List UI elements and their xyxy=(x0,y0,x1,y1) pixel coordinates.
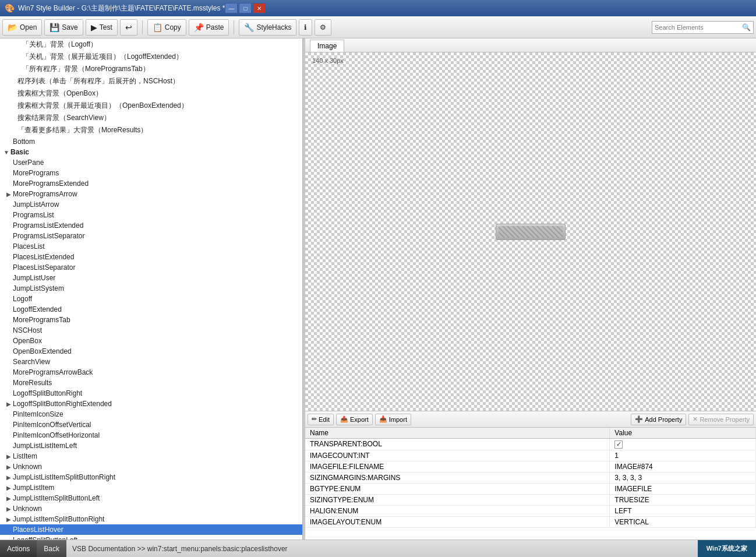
property-value[interactable]: VERTICAL xyxy=(610,516,756,527)
tree-item[interactable]: ProgramsListExtended xyxy=(0,220,302,231)
settings-button[interactable]: ⚙ xyxy=(315,19,331,36)
add-property-button[interactable]: ➕ Add Property xyxy=(631,414,686,425)
tree-item[interactable]: 「所有程序」背景（MoreProgramsTab） xyxy=(0,63,302,75)
tree-item[interactable]: JumpListSystem xyxy=(0,283,302,294)
tree-item[interactable]: OpenBoxExtended xyxy=(0,346,302,357)
tree-item[interactable]: PinItemIconOffsetVertical xyxy=(0,419,302,430)
tree-expander[interactable]: ▶ xyxy=(5,453,13,460)
tree-item[interactable]: ▶ListItem xyxy=(0,451,302,461)
tree-item[interactable]: 搜索框大背景（展开最近项目）（OpenBoxExtended） xyxy=(0,100,302,112)
tree-item[interactable]: JumpListUser xyxy=(0,273,302,283)
tree-item[interactable]: SearchView xyxy=(0,357,302,367)
paste-button[interactable]: 📌 Paste xyxy=(189,19,229,36)
tree-item[interactable]: 搜索结果背景（SearchView） xyxy=(0,112,302,124)
property-value[interactable]: TRUESIZE xyxy=(610,494,756,505)
close-button[interactable]: ✕ xyxy=(253,3,266,13)
tree-item[interactable]: MoreProgramsTab xyxy=(0,315,302,325)
property-row[interactable]: IMAGEFILE:FILENAMEIMAGE#874 xyxy=(305,461,756,472)
edit-button[interactable]: ✏ Edit xyxy=(308,414,334,425)
tree-item[interactable]: PinItemIconSize xyxy=(0,409,302,419)
tree-item[interactable]: MoreProgramsArrowBack xyxy=(0,367,302,378)
info-button[interactable]: ℹ xyxy=(299,19,312,36)
tree-expander[interactable]: ▶ xyxy=(5,401,13,407)
tree-item[interactable]: PlacesListExtended xyxy=(0,252,302,262)
minimize-button[interactable]: — xyxy=(225,3,238,13)
tree-expander[interactable]: ▼ xyxy=(2,149,10,156)
tree-item-label: NSCHost xyxy=(13,326,302,334)
tree-item[interactable]: ProgramsList xyxy=(0,210,302,220)
tree-item[interactable]: 「关机」背景（展开最近项目）（LogoffExtended） xyxy=(0,51,302,63)
tree-item[interactable]: ▶LogoffSplitButtonRightExtended xyxy=(0,399,302,409)
tree-expander[interactable]: ▶ xyxy=(5,191,13,198)
tree-item[interactable]: LogoffExtended xyxy=(0,304,302,315)
tree-item[interactable]: ▶Unknown xyxy=(0,503,302,514)
tree-item[interactable]: PlacesListSeparator xyxy=(0,262,302,273)
tree-item[interactable]: ▶Unknown xyxy=(0,461,302,472)
tree-item[interactable]: PinItemIconOffsetHorizontal xyxy=(0,430,302,440)
tree-item[interactable]: MoreResults xyxy=(0,378,302,388)
tree-item[interactable]: NSCHost xyxy=(0,325,302,336)
property-row[interactable]: HALIGN:ENUMLEFT xyxy=(305,505,756,516)
property-row[interactable]: BGTYPE:ENUMIMAGEFILE xyxy=(305,483,756,494)
test-button[interactable]: ▶ Test xyxy=(86,19,118,36)
tree-item[interactable]: MoreProgramsExtended xyxy=(0,178,302,189)
tree-item[interactable]: LogoffSplitButtonLeft xyxy=(0,535,302,540)
property-value[interactable]: 3, 3, 3, 3 xyxy=(610,472,756,483)
tree-expander[interactable]: ▶ xyxy=(5,485,13,491)
remove-property-button[interactable]: ✕ Remove Property xyxy=(688,414,754,425)
open-button[interactable]: 📂 Open xyxy=(2,19,42,36)
export-button[interactable]: 📤 Export xyxy=(336,414,373,425)
tree-item-label: JumpListItem xyxy=(13,484,302,492)
main-layout: 「关机」背景（Logoff）「关机」背景（展开最近项目）（LogoffExten… xyxy=(0,38,756,540)
tree-item[interactable]: Logoff xyxy=(0,294,302,304)
copy-button[interactable]: 📋 Copy xyxy=(147,19,186,36)
tree-expander[interactable]: ▶ xyxy=(5,495,13,502)
property-row[interactable]: IMAGECOUNT:INT1 xyxy=(305,450,756,461)
tree-item[interactable]: ▶JumpListItemSplitButtonRight xyxy=(0,514,302,524)
tree-item[interactable]: ▶JumpListItem xyxy=(0,482,302,493)
back-button[interactable]: Back xyxy=(37,540,66,558)
property-row[interactable]: IMAGELAYOUT:ENUMVERTICAL xyxy=(305,516,756,527)
tree-item[interactable]: Bottom xyxy=(0,136,302,147)
property-checkbox[interactable]: ✓ xyxy=(614,440,623,449)
tree-item[interactable]: OpenBox xyxy=(0,336,302,346)
tree-item[interactable]: UserPane xyxy=(0,157,302,168)
tree-item[interactable]: LogoffSplitButtonRight xyxy=(0,388,302,399)
property-row[interactable]: SIZINGTYPE:ENUMTRUESIZE xyxy=(305,494,756,505)
property-value[interactable]: ✓ xyxy=(610,439,756,450)
tree-item[interactable]: PlacesList xyxy=(0,241,302,252)
maximize-button[interactable]: □ xyxy=(239,3,252,13)
tree-item[interactable]: 「查看更多结果」大背景（MoreResults） xyxy=(0,124,302,136)
tree-item[interactable]: MorePrograms xyxy=(0,168,302,178)
import-button[interactable]: 📥 Import xyxy=(375,414,411,425)
property-value[interactable]: LEFT xyxy=(610,505,756,516)
property-value[interactable]: 1 xyxy=(610,450,756,461)
tree-item[interactable]: ▶JumpListItemSplitButtonLeft xyxy=(0,493,302,503)
tree-item[interactable]: 「关机」背景（Logoff） xyxy=(0,38,302,51)
save-button[interactable]: 💾 Save xyxy=(44,19,83,36)
undo-button[interactable]: ↩ xyxy=(120,19,137,36)
tree-item[interactable]: 搜索框大背景（OpenBox） xyxy=(0,87,302,100)
tree-expander[interactable]: ▶ xyxy=(5,464,13,470)
tree-expander[interactable]: ▶ xyxy=(5,474,13,481)
tree-item[interactable]: ▶JumpListListItemSplitButtonRight xyxy=(0,472,302,482)
stylehacks-button[interactable]: 🔧 StyleHacks xyxy=(239,19,296,36)
actions-button[interactable]: Actions xyxy=(0,540,37,558)
tree-expander[interactable]: ▶ xyxy=(5,516,13,523)
tree-expander[interactable]: ▶ xyxy=(5,506,13,512)
tree-item-label: Unknown xyxy=(13,505,302,513)
property-row[interactable]: TRANSPARENT:BOOL✓ xyxy=(305,439,756,450)
toolbar: 📂 Open 💾 Save ▶ Test ↩ 📋 Copy 📌 Paste 🔧 … xyxy=(0,16,756,38)
property-row[interactable]: SIZINGMARGINS:MARGINS3, 3, 3, 3 xyxy=(305,472,756,483)
search-input[interactable] xyxy=(655,24,742,31)
tree-item[interactable]: JumpListListItemLeft xyxy=(0,440,302,451)
property-value[interactable]: IMAGEFILE xyxy=(610,483,756,494)
tree-item[interactable]: JumpListArrow xyxy=(0,199,302,210)
tree-item[interactable]: ▶MoreProgramsArrow xyxy=(0,189,302,199)
tab-image[interactable]: Image xyxy=(310,40,344,52)
property-value[interactable]: IMAGE#874 xyxy=(610,461,756,472)
tree-item[interactable]: 程序列表（单击「所有程序」后展开的，NSCHost） xyxy=(0,75,302,87)
tree-item[interactable]: ProgramsListSeparator xyxy=(0,231,302,241)
tree-item[interactable]: ▼Basic xyxy=(0,147,302,157)
tree-item[interactable]: PlacesListHover xyxy=(0,524,302,535)
